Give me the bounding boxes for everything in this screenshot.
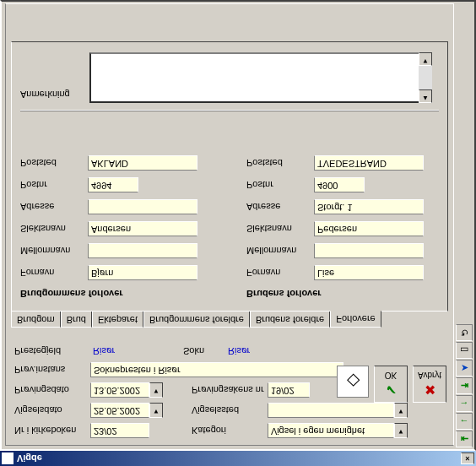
b-slektsnavn-label: Slektsnavn xyxy=(246,224,314,234)
arrow-left-icon: ← xyxy=(460,416,469,426)
tabs: Brudgom Brud Ekteparet Brudgommens forel… xyxy=(6,311,453,328)
groom-witness-heading: Brudgommens forlover xyxy=(20,289,213,299)
scroll-up-icon[interactable]: ▲ xyxy=(419,89,432,103)
g-poststed-field[interactable]: AKLAND xyxy=(88,155,197,171)
arrow-first-icon: ⇥ xyxy=(461,381,468,392)
cancel-x-icon: ✖ xyxy=(425,382,435,398)
prestegjeld-label: Prestegjeld xyxy=(14,346,90,356)
nav-prev-button[interactable]: ← xyxy=(456,413,473,430)
sokn-label: Sokn xyxy=(183,346,225,356)
g-slektsnavn-label: Slektsnavn xyxy=(20,224,88,234)
arrow-last-icon: ⇤ xyxy=(461,434,468,445)
refresh-icon: ↻ xyxy=(461,328,468,339)
provingsdato-picker-icon[interactable]: ▼ xyxy=(149,382,163,398)
vigselsdato-field[interactable]: 25.05.2002 xyxy=(90,403,149,418)
blue-arrow-icon: ➤ xyxy=(461,363,468,374)
b-postnr-label: Postnr xyxy=(246,180,314,190)
close-button[interactable]: × xyxy=(461,452,474,464)
nr-field[interactable]: 23/02 xyxy=(90,423,149,438)
sokn-link[interactable]: Risør xyxy=(225,345,252,357)
tool-refresh-button[interactable]: ↻ xyxy=(456,324,473,341)
provingsakens-label: Prøvingsakens nr xyxy=(192,385,268,395)
scroll-track[interactable] xyxy=(419,66,432,89)
g-mellomnavn-label: Mellomnavn xyxy=(20,246,88,256)
vigselssted-field[interactable] xyxy=(268,403,394,418)
tool-book-button[interactable]: ▭ xyxy=(456,342,473,359)
vigselsdato-picker-icon[interactable]: ▼ xyxy=(149,403,163,418)
tab-panel-forlovere: Brudgommens forlover FornavnBjørn Mellom… xyxy=(11,41,448,312)
provingsdato-label: Prøvingsdato xyxy=(14,385,90,395)
divider xyxy=(20,110,439,111)
provinstans-label: Prøv.instans xyxy=(14,365,90,375)
b-fornavn-field[interactable]: Lise xyxy=(314,265,424,280)
tab-brud[interactable]: Brud xyxy=(61,311,92,328)
kategori-field[interactable]: Vigsel i egen menighet xyxy=(268,423,394,438)
ok-button[interactable]: ✔ OK xyxy=(374,366,408,403)
cancel-label: Avbryt xyxy=(418,371,441,380)
tool-blue-button[interactable]: ➤ xyxy=(456,360,473,377)
arrow-right-icon: → xyxy=(460,398,469,409)
vigselsdato-label: Vigselsdato xyxy=(14,405,90,415)
b-postnr-field[interactable]: 4900 xyxy=(314,177,365,192)
remark-label: Anmerkning xyxy=(20,89,70,100)
b-poststed-label: Poststed xyxy=(246,158,314,168)
scroll-down-icon[interactable]: ▼ xyxy=(419,52,432,66)
remark-scrollbar[interactable]: ▲ ▼ xyxy=(419,52,432,103)
b-mellomnavn-label: Mellomnavn xyxy=(246,246,314,256)
g-fornavn-field[interactable]: Bjørn xyxy=(88,265,197,280)
titlebar: Vigde × xyxy=(0,451,476,466)
cancel-button[interactable]: ✖ Avbryt xyxy=(413,366,446,403)
g-poststed-label: Poststed xyxy=(20,158,88,168)
vigselssted-dropdown-icon[interactable]: ▼ xyxy=(394,403,408,418)
nr-label: Nr i kirkeboken xyxy=(14,425,90,436)
ok-label: OK xyxy=(385,371,397,380)
b-slektsnavn-field[interactable]: Pedersen xyxy=(314,221,424,236)
nav-last-button[interactable]: ⇤ xyxy=(456,431,473,447)
g-postnr-field[interactable]: 4994 xyxy=(88,177,138,192)
g-adresse-label: Adresse xyxy=(20,202,88,212)
b-adresse-field[interactable]: Storgt. 1 xyxy=(314,199,424,214)
g-slektsnavn-field[interactable]: Andersen xyxy=(88,221,197,236)
provingsdato-field[interactable]: 13.05.2002 xyxy=(90,382,149,398)
tab-brudens-foreldre[interactable]: Brudens foreldre xyxy=(250,311,330,328)
b-poststed-field[interactable]: TVEDESTRAND xyxy=(314,155,424,171)
g-mellomnavn-field[interactable] xyxy=(88,243,197,258)
remark-textarea[interactable] xyxy=(89,52,427,103)
provinstans-field[interactable]: Soknepresten i Risør xyxy=(90,362,343,377)
vigselssted-label: Vigselssted xyxy=(192,405,268,415)
checkmark-icon: ✔ xyxy=(386,382,397,398)
side-toolbar: ⇤ ← → ⇥ ➤ ▭ ↻ xyxy=(456,324,473,447)
b-fornavn-label: Fornavn xyxy=(246,268,314,278)
nav-first-button[interactable]: ⇥ xyxy=(456,377,473,394)
b-adresse-label: Adresse xyxy=(246,202,314,212)
kategori-dropdown-icon[interactable]: ▼ xyxy=(394,423,408,438)
nav-next-button[interactable]: → xyxy=(456,395,473,412)
b-mellomnavn-field[interactable] xyxy=(314,243,424,258)
tab-forlovere[interactable]: Forlovere xyxy=(330,311,381,328)
kategori-label: Kategori xyxy=(192,425,268,436)
app-icon xyxy=(2,452,14,464)
tab-ekteparet[interactable]: Ekteparet xyxy=(92,311,143,328)
tab-brudgommens-foreldre[interactable]: Brudgommens foreldre xyxy=(143,311,250,328)
window-title: Vigde xyxy=(17,453,459,463)
g-adresse-field[interactable] xyxy=(88,199,197,214)
g-postnr-label: Postnr xyxy=(20,180,88,190)
tab-brudgom[interactable]: Brudgom xyxy=(11,311,61,328)
document-icon-1[interactable]: ◇ xyxy=(337,366,369,398)
g-fornavn-label: Fornavn xyxy=(20,268,88,278)
bride-witness-heading: Brudens forlover xyxy=(246,289,439,299)
book-icon: ▭ xyxy=(460,345,468,356)
prestegjeld-link[interactable]: Risør xyxy=(90,345,183,357)
provingsakens-field[interactable]: 19/02 xyxy=(268,382,310,398)
